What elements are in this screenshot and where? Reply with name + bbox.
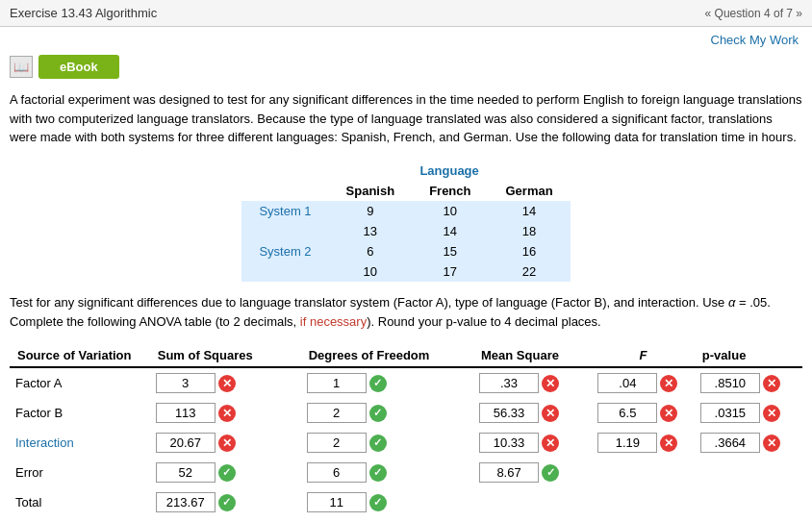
- status-ok-icon: ✓: [218, 494, 236, 511]
- status-ok-icon: ✓: [542, 464, 559, 482]
- status-ok-icon: ✓: [218, 464, 236, 482]
- s1-german-2: 18: [488, 221, 570, 241]
- instructions-line1: Test for any significant differences due…: [10, 293, 802, 313]
- data-table-wrapper: Language Spanish French German System 1 …: [0, 157, 812, 291]
- source-label-3: Error: [10, 458, 150, 487]
- ss-row2-input[interactable]: [156, 433, 216, 453]
- status-error-icon: ✕: [660, 375, 677, 392]
- ms-row0-cell: ✕: [473, 367, 592, 398]
- status-error-icon: ✕: [542, 405, 559, 422]
- s2-german-2: 22: [488, 261, 570, 282]
- pv-row0-input[interactable]: [700, 373, 760, 393]
- df-row4-input[interactable]: [307, 492, 367, 512]
- status-error-icon: ✕: [763, 405, 780, 422]
- exercise-title: Exercise 13.43 Algorithmic: [10, 6, 157, 20]
- s1-french-1: 10: [412, 201, 488, 221]
- f-row0-cell: ✕: [592, 367, 695, 398]
- pv-row4-cell: [695, 487, 802, 517]
- col-header-source: Source of Variation: [10, 344, 150, 367]
- s2-german-1: 16: [488, 241, 570, 261]
- col-header-f: F: [592, 344, 695, 367]
- system1-label: System 1: [241, 201, 328, 221]
- df-row4-cell: ✓: [301, 487, 473, 517]
- df-row0-input[interactable]: [307, 373, 367, 393]
- ss-row3-cell: ✓: [150, 458, 301, 487]
- ms-row1-input[interactable]: [479, 403, 539, 423]
- col-spanish: Spanish: [329, 181, 413, 201]
- s1-french-2: 14: [412, 221, 488, 241]
- status-ok-icon: ✓: [369, 405, 387, 422]
- instructions-line2: Complete the following ANOVA table (to 2…: [10, 312, 802, 333]
- if-necessary-text: if necessary: [300, 314, 367, 329]
- ebook-icon-wrapper: 📖: [10, 56, 33, 78]
- pv-row2-input[interactable]: [700, 433, 760, 453]
- anova-table: Source of Variation Sum of Squares Degre…: [10, 344, 802, 517]
- instructions: Test for any significant differences due…: [0, 291, 812, 341]
- s2-spanish-1: 6: [329, 241, 413, 261]
- df-row1-cell: ✓: [301, 398, 473, 428]
- book-icon: 📖: [13, 60, 29, 74]
- df-row3-input[interactable]: [307, 462, 367, 483]
- alpha-symbol: α: [728, 295, 735, 310]
- s2-spanish-2: 10: [329, 261, 413, 282]
- df-row0-cell: ✓: [301, 367, 473, 398]
- f-row0-input[interactable]: [597, 373, 657, 393]
- status-error-icon: ✕: [660, 435, 677, 452]
- ebook-button[interactable]: eBook: [38, 55, 119, 79]
- pv-row1-cell: ✕: [695, 398, 802, 428]
- df-row1-input[interactable]: [307, 403, 367, 423]
- ms-row0-input[interactable]: [479, 373, 539, 393]
- s2-french-2: 17: [412, 261, 488, 282]
- df-row2-input[interactable]: [307, 433, 367, 453]
- f-row3-cell: [592, 458, 695, 487]
- top-bar: Exercise 13.43 Algorithmic « Question 4 …: [0, 0, 812, 27]
- col-french: French: [412, 181, 488, 201]
- status-error-icon: ✕: [218, 405, 236, 422]
- check-my-work-section: Check My Work: [0, 27, 812, 51]
- status-error-icon: ✕: [763, 435, 780, 452]
- pv-row0-cell: ✕: [695, 367, 802, 398]
- status-ok-icon: ✓: [369, 435, 387, 452]
- description-text: A factorial experiment was designed to t…: [10, 92, 802, 144]
- problem-description: A factorial experiment was designed to t…: [0, 87, 812, 157]
- anova-table-wrapper: Source of Variation Sum of Squares Degre…: [0, 340, 812, 522]
- col-header-ms: Mean Square: [473, 344, 592, 367]
- ms-row3-input[interactable]: [479, 462, 539, 483]
- df-row3-cell: ✓: [301, 458, 473, 487]
- ms-row2-input[interactable]: [479, 433, 539, 453]
- ss-row4-cell: ✓: [150, 487, 301, 517]
- ss-row3-input[interactable]: [156, 462, 216, 483]
- language-header: Language: [329, 161, 571, 181]
- s1-german-1: 14: [488, 201, 570, 221]
- status-ok-icon: ✓: [369, 375, 387, 392]
- s1-spanish-2: 13: [329, 221, 413, 241]
- ss-row1-cell: ✕: [150, 398, 301, 428]
- df-row2-cell: ✓: [301, 428, 473, 458]
- source-label-2: Interaction: [10, 428, 150, 458]
- status-error-icon: ✕: [542, 375, 559, 392]
- pv-row1-input[interactable]: [700, 403, 760, 423]
- ms-row1-cell: ✕: [473, 398, 592, 428]
- status-ok-icon: ✓: [369, 464, 387, 482]
- f-row1-input[interactable]: [597, 403, 657, 423]
- status-error-icon: ✕: [763, 375, 780, 392]
- status-error-icon: ✕: [542, 435, 559, 452]
- f-row2-input[interactable]: [597, 433, 657, 453]
- check-my-work-button[interactable]: Check My Work: [711, 33, 799, 47]
- ss-row0-input[interactable]: [156, 373, 216, 393]
- ms-row2-cell: ✕: [473, 428, 592, 458]
- ms-row4-cell: [473, 487, 592, 517]
- ss-row4-input[interactable]: [156, 492, 216, 512]
- ss-row2-cell: ✕: [150, 428, 301, 458]
- status-ok-icon: ✓: [369, 494, 387, 511]
- col-header-pv: p-value: [695, 344, 802, 367]
- s2-french-1: 15: [412, 241, 488, 261]
- col-header-df: Degrees of Freedom: [301, 344, 473, 367]
- status-error-icon: ✕: [218, 375, 236, 392]
- col-header-ss: Sum of Squares: [150, 344, 301, 367]
- status-error-icon: ✕: [218, 435, 236, 452]
- ss-row1-input[interactable]: [156, 403, 216, 423]
- data-table: Language Spanish French German System 1 …: [241, 161, 570, 282]
- f-row2-cell: ✕: [592, 428, 695, 458]
- source-label-1: Factor B: [10, 398, 150, 428]
